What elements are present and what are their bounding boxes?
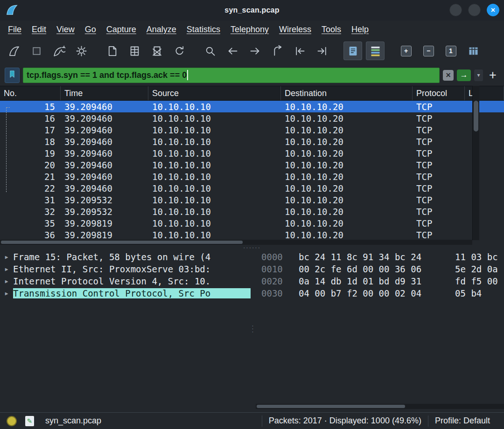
detail-line[interactable]: ▶Transmission Control Protocol, Src Po <box>0 287 251 299</box>
close-file-button[interactable] <box>147 42 166 60</box>
statusbar-filename: syn_scan.pcap <box>45 416 101 426</box>
cell-source: 10.10.10.10 <box>148 102 281 112</box>
hex-offset: 0020 <box>261 276 287 286</box>
packet-row[interactable]: 3139.20953210.10.10.1010.10.10.20TCP <box>0 194 504 206</box>
scrollbar-thumb[interactable] <box>257 405 405 408</box>
open-file-button[interactable] <box>103 42 121 60</box>
detail-text: Frame 15: Packet, 58 bytes on wire (4 <box>13 252 251 262</box>
menu-item-capture[interactable]: Capture <box>101 23 141 36</box>
detail-line[interactable]: ▶Internet Protocol Version 4, Src: 10. <box>0 275 251 287</box>
hex-row[interactable]: 001000 2c fe 6d 00 00 36 065e 2d 0a <box>256 263 504 275</box>
zoom-normal-button[interactable]: 1 <box>441 42 460 60</box>
save-file-button[interactable] <box>125 42 144 60</box>
start-capture-button[interactable] <box>5 42 23 60</box>
minimize-button[interactable] <box>449 4 462 16</box>
packet-row[interactable]: 1939.20946010.10.10.1010.10.10.20TCP <box>0 147 504 159</box>
column-header-protocol[interactable]: Protocol <box>413 86 465 100</box>
detail-text: Internet Protocol Version 4, Src: 10. <box>13 276 251 286</box>
close-button[interactable]: × <box>487 4 499 16</box>
colorize-button[interactable] <box>366 42 385 60</box>
restart-capture-button[interactable] <box>49 42 68 60</box>
capture-file-edit-icon[interactable]: ✎ <box>25 416 34 426</box>
filter-text: tcp.flags.syn == 1 and tcp.flags.ack == … <box>27 70 187 80</box>
go-first-packet-button[interactable] <box>290 42 309 60</box>
detail-line[interactable]: ▶Frame 15: Packet, 58 bytes on wire (4 <box>0 251 251 263</box>
packet-list-vertical-scrollbar[interactable] <box>472 86 479 240</box>
menu-item-file[interactable]: File <box>3 23 27 36</box>
zoom-out-button[interactable]: − <box>419 42 438 60</box>
zoom-in-button[interactable]: + <box>397 42 415 60</box>
menu-item-view[interactable]: View <box>51 23 80 36</box>
menu-item-go[interactable]: Go <box>80 23 101 36</box>
menu-item-telephony[interactable]: Telephony <box>225 23 274 36</box>
detail-line[interactable]: ▶Ethernet II, Src: ProxmoxServe_03:bd: <box>0 263 251 275</box>
menu-item-analyze[interactable]: Analyze <box>141 23 182 36</box>
pane-splitter-horizontal[interactable]: ······ <box>0 245 504 250</box>
stop-capture-button[interactable] <box>27 42 46 60</box>
capture-options-button[interactable] <box>72 42 91 60</box>
cell-destination: 10.10.10.20 <box>281 137 413 147</box>
packet-row[interactable]: 3239.20953210.10.10.1010.10.10.20TCP <box>0 206 504 217</box>
cell-protocol: TCP <box>413 113 465 124</box>
menu-item-tools[interactable]: Tools <box>316 23 346 36</box>
packet-row[interactable]: 1539.20946010.10.10.1010.10.10.20TCP <box>0 101 504 112</box>
detail-text: Ethernet II, Src: ProxmoxServe_03:bd: <box>13 264 251 274</box>
filter-bar: tcp.flags.syn == 1 and tcp.flags.ack == … <box>0 64 504 86</box>
statusbar-profile[interactable]: Profile: Default <box>435 416 490 426</box>
hex-row[interactable]: 0000bc 24 11 8c 91 34 bc 2411 03 bc <box>256 251 504 263</box>
hex-pane-horizontal-scrollbar[interactable] <box>256 404 504 409</box>
packet-row[interactable]: 1839.20946010.10.10.1010.10.10.20TCP <box>0 136 504 147</box>
resize-columns-button[interactable] <box>464 42 483 60</box>
lower-panes: ▶Frame 15: Packet, 58 bytes on wire (4▶E… <box>0 250 504 409</box>
packet-row[interactable]: 2139.20946010.10.10.1010.10.10.20TCP <box>0 171 504 182</box>
display-filter-input[interactable]: tcp.flags.syn == 1 and tcp.flags.ack == … <box>23 68 440 83</box>
packet-row[interactable]: 3539.20981910.10.10.1010.10.10.20TCP <box>0 217 504 229</box>
go-to-packet-button[interactable] <box>268 42 287 60</box>
packet-row[interactable]: 2239.20946010.10.10.1010.10.10.20TCP <box>0 182 504 194</box>
expand-arrow-icon[interactable]: ▶ <box>0 266 13 272</box>
reload-file-button[interactable] <box>170 42 189 60</box>
filter-dropdown-button[interactable]: ▾ <box>474 69 483 81</box>
go-back-button[interactable] <box>223 42 242 60</box>
column-header-le[interactable]: Le <box>465 86 504 100</box>
go-last-packet-button[interactable] <box>313 42 331 60</box>
filter-add-button[interactable]: + <box>486 69 499 82</box>
scrollbar-thumb[interactable] <box>1 241 243 244</box>
hex-row[interactable]: 003004 00 b7 f2 00 00 02 0405 b4 <box>256 287 504 299</box>
filter-bookmark-button[interactable] <box>5 68 20 83</box>
scrollbar-thumb[interactable] <box>474 101 478 131</box>
packet-row[interactable]: 1639.20946010.10.10.1010.10.10.20TCP <box>0 112 504 124</box>
expand-arrow-icon[interactable]: ▶ <box>0 278 13 284</box>
maximize-button[interactable] <box>468 4 481 16</box>
hex-offset: 0010 <box>261 264 287 274</box>
filter-clear-button[interactable]: ✕ <box>443 70 454 81</box>
column-header-source[interactable]: Source <box>148 86 281 100</box>
expand-arrow-icon[interactable]: ▶ <box>0 291 13 297</box>
column-header-time[interactable]: Time <box>61 86 148 100</box>
go-forward-icon <box>249 45 261 57</box>
go-forward-button[interactable] <box>245 42 264 60</box>
hex-row[interactable]: 00200a 14 db 1d 01 bd d9 31fd f5 00 <box>256 275 504 287</box>
menu-item-help[interactable]: Help <box>346 23 374 36</box>
expert-info-icon[interactable] <box>7 416 17 426</box>
hex-bytes: 00 2c fe 6d 00 00 36 06 <box>299 264 421 274</box>
packet-list-horizontal-scrollbar[interactable] <box>0 240 472 245</box>
column-header-no[interactable]: No. <box>0 86 61 100</box>
pane-splitter-vertical[interactable]: ··· <box>251 250 256 409</box>
auto-scroll-button[interactable] <box>343 42 362 60</box>
column-header-destination[interactable]: Destination <box>281 86 413 100</box>
cell-source: 10.10.10.10 <box>148 125 281 135</box>
menu-item-wireless[interactable]: Wireless <box>274 23 316 36</box>
cell-time: 39.209460 <box>61 172 148 182</box>
packet-row[interactable]: 2039.20946010.10.10.1010.10.10.20TCP <box>0 159 504 171</box>
expand-arrow-icon[interactable]: ▶ <box>0 254 13 260</box>
packet-row[interactable]: 3639.20981910.10.10.1010.10.10.20TCP <box>0 229 504 240</box>
filter-apply-button[interactable]: → <box>457 69 471 81</box>
cell-time: 39.209819 <box>61 218 148 228</box>
menu-item-edit[interactable]: Edit <box>27 23 51 36</box>
packet-details-pane: ▶Frame 15: Packet, 58 bytes on wire (4▶E… <box>0 250 251 409</box>
packet-row[interactable]: 1739.20946010.10.10.1010.10.10.20TCP <box>0 124 504 136</box>
find-packet-button[interactable] <box>201 42 219 60</box>
cell-source: 10.10.10.10 <box>148 172 281 182</box>
menu-item-statistics[interactable]: Statistics <box>182 23 225 36</box>
